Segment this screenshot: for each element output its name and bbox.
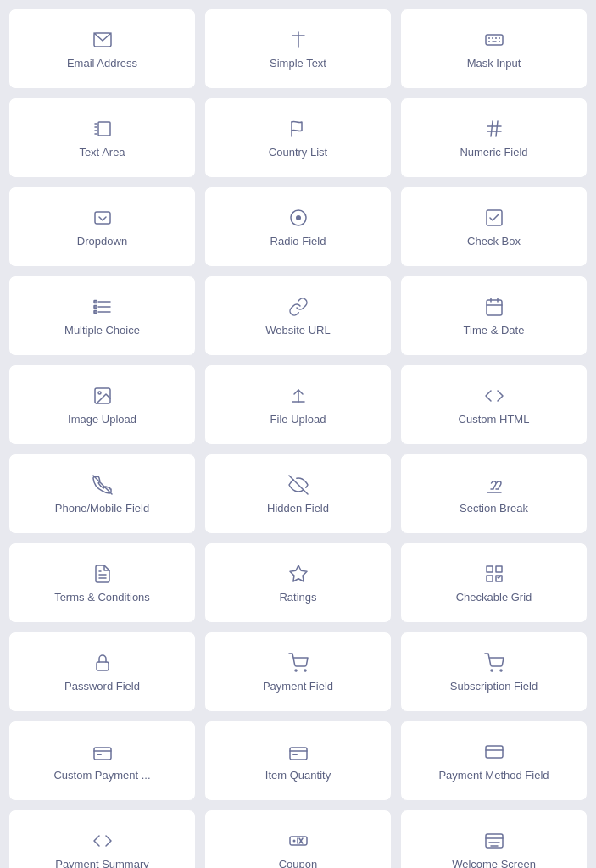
card-payment-summary[interactable]: Payment Summary [8,810,196,868]
card-label-custom-payment: Custom Payment ... [53,769,150,783]
svg-rect-16 [95,212,110,224]
card-label-section-break: Section Break [460,502,528,516]
card-mask-input[interactable]: Mask Input [400,8,588,89]
card-label-time-date: Time & Date [464,324,525,338]
card-label-welcome-screen: Welcome Screen [452,858,536,868]
card-label-image-upload: Image Upload [68,413,136,427]
hash-icon [484,119,504,139]
card-numeric-field[interactable]: Numeric Field [400,97,588,178]
paymentmethod-icon [484,742,504,762]
card-image-upload[interactable]: Image Upload [8,364,196,445]
card-label-mask-input: Mask Input [467,57,521,71]
html2-icon [92,831,113,851]
card-phone-mobile[interactable]: Phone/Mobile Field [8,453,196,534]
card-label-terms-conditions: Terms & Conditions [54,591,150,605]
imageupload-icon [92,386,113,406]
card-section-break[interactable]: Section Break [400,453,588,534]
card-label-password-field: Password Field [64,680,140,694]
card-multiple-choice[interactable]: Multiple Choice [8,275,196,356]
grid-icon [484,564,504,584]
svg-point-18 [296,215,301,220]
card-label-radio-field: Radio Field [270,235,326,249]
card-email-address[interactable]: Email Address [8,8,196,89]
card-label-hidden-field: Hidden Field [267,502,329,516]
card-item-quantity[interactable]: Item Quantity [204,721,392,801]
card-check-box[interactable]: Check Box [400,186,588,267]
svg-rect-43 [487,576,493,581]
card-label-dropdown: Dropdown [77,235,127,249]
card-custom-payment[interactable]: Custom Payment ... [8,721,196,801]
card-label-checkable-grid: Checkable Grid [456,591,532,605]
svg-rect-42 [496,566,502,572]
svg-rect-58 [290,837,307,845]
fileupload-icon [288,386,309,406]
card-terms-conditions[interactable]: Terms & Conditions [8,542,196,623]
radio-icon [288,208,309,228]
checkbox-icon [484,208,504,228]
cart-icon [288,653,309,673]
star-icon [288,564,309,584]
card-label-phone-mobile: Phone/Mobile Field [55,502,149,516]
svg-point-49 [500,670,502,671]
card-payment-field[interactable]: Payment Field [204,632,392,712]
card-label-item-quantity: Item Quantity [265,769,331,783]
svg-point-47 [304,670,306,671]
card-label-country-list: Country List [269,146,327,160]
card-website-url[interactable]: Website URL [204,275,392,356]
card-label-email-address: Email Address [67,57,137,71]
widget-grid: Email AddressSimple TextMask InputText A… [8,8,588,868]
card-label-check-box: Check Box [467,235,521,249]
url-icon [288,297,309,317]
svg-rect-53 [290,748,307,760]
terms-icon [92,564,113,584]
card-ratings[interactable]: Ratings [204,542,392,623]
svg-marker-40 [290,565,307,581]
card-coupon[interactable]: Coupon [204,810,392,868]
card-custom-html[interactable]: Custom HTML [400,364,588,445]
svg-point-48 [491,670,493,671]
card-label-website-url: Website URL [265,324,330,338]
card-password-field[interactable]: Password Field [8,632,196,712]
custompayment-icon [92,742,113,762]
cart2-icon [484,653,504,673]
hidden-icon [288,475,309,495]
card-text-area[interactable]: Text Area [8,97,196,178]
coupon-icon [288,831,309,851]
card-checkable-grid[interactable]: Checkable Grid [400,542,588,623]
card-payment-method[interactable]: Payment Method Field [400,721,588,801]
svg-point-59 [292,840,295,843]
card-label-text-area: Text Area [79,146,125,160]
card-simple-text[interactable]: Simple Text [204,8,392,89]
svg-rect-3 [486,35,503,45]
dropdown-icon [92,208,113,228]
card-label-simple-text: Simple Text [270,57,326,71]
keyboard-icon [484,30,504,50]
html-icon [484,386,504,406]
svg-rect-41 [487,566,493,572]
card-country-list[interactable]: Country List [204,97,392,178]
card-label-payment-summary: Payment Summary [55,858,149,868]
svg-point-46 [295,670,297,671]
flag-icon [288,119,309,139]
card-file-upload[interactable]: File Upload [204,364,392,445]
card-label-custom-html: Custom HTML [459,413,530,427]
card-time-date[interactable]: Time & Date [400,275,588,356]
card-radio-field[interactable]: Radio Field [204,186,392,267]
card-dropdown[interactable]: Dropdown [8,186,196,267]
card-hidden-field[interactable]: Hidden Field [204,453,392,534]
svg-rect-45 [97,662,109,670]
card-label-coupon: Coupon [279,858,318,868]
email-icon [92,30,113,50]
svg-rect-11 [98,122,110,136]
itemqty-icon [288,742,309,762]
card-label-file-upload: File Upload [270,413,326,427]
card-welcome-screen[interactable]: Welcome Screen [400,810,588,868]
password-icon [92,653,113,673]
phone-icon [92,475,113,495]
svg-line-15 [496,121,498,136]
svg-point-34 [98,392,101,394]
text-icon [288,30,309,50]
card-subscription-field[interactable]: Subscription Field [400,632,588,712]
card-label-payment-field: Payment Field [263,680,333,694]
card-label-subscription-field: Subscription Field [450,680,538,694]
